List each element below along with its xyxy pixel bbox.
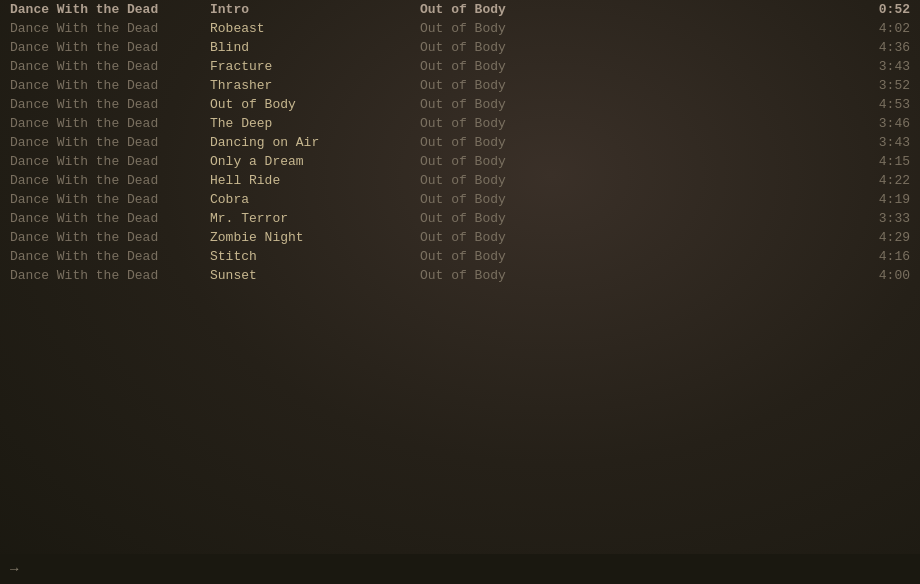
track-title: Sunset [210, 268, 420, 283]
track-row[interactable]: Dance With the DeadZombie NightOut of Bo… [0, 228, 920, 247]
track-album: Out of Body [420, 154, 660, 169]
track-album: Out of Body [420, 78, 660, 93]
track-duration: 4:15 [660, 154, 910, 169]
track-artist: Dance With the Dead [10, 211, 210, 226]
track-title: Cobra [210, 192, 420, 207]
header-artist: Dance With the Dead [10, 2, 210, 17]
track-artist: Dance With the Dead [10, 59, 210, 74]
arrow-icon: → [10, 561, 18, 577]
track-title: Fracture [210, 59, 420, 74]
track-title: Thrasher [210, 78, 420, 93]
track-duration: 3:52 [660, 78, 910, 93]
track-artist: Dance With the Dead [10, 192, 210, 207]
track-title: Robeast [210, 21, 420, 36]
track-album: Out of Body [420, 97, 660, 112]
track-album: Out of Body [420, 211, 660, 226]
track-album: Out of Body [420, 21, 660, 36]
track-duration: 4:00 [660, 268, 910, 283]
track-album: Out of Body [420, 173, 660, 188]
track-album: Out of Body [420, 116, 660, 131]
track-duration: 4:19 [660, 192, 910, 207]
track-title: The Deep [210, 116, 420, 131]
track-album: Out of Body [420, 230, 660, 245]
track-duration: 3:46 [660, 116, 910, 131]
track-list: Dance With the Dead Intro Out of Body 0:… [0, 0, 920, 285]
track-row[interactable]: Dance With the DeadBlindOut of Body4:36 [0, 38, 920, 57]
track-row[interactable]: Dance With the DeadFractureOut of Body3:… [0, 57, 920, 76]
track-title: Stitch [210, 249, 420, 264]
track-artist: Dance With the Dead [10, 78, 210, 93]
track-row[interactable]: Dance With the DeadMr. TerrorOut of Body… [0, 209, 920, 228]
track-row[interactable]: Dance With the DeadRobeastOut of Body4:0… [0, 19, 920, 38]
track-row[interactable]: Dance With the DeadCobraOut of Body4:19 [0, 190, 920, 209]
track-album: Out of Body [420, 59, 660, 74]
track-duration: 4:29 [660, 230, 910, 245]
track-artist: Dance With the Dead [10, 97, 210, 112]
track-duration: 4:16 [660, 249, 910, 264]
track-row[interactable]: Dance With the DeadStitchOut of Body4:16 [0, 247, 920, 266]
track-duration: 4:22 [660, 173, 910, 188]
track-row[interactable]: Dance With the DeadThe DeepOut of Body3:… [0, 114, 920, 133]
track-list-header: Dance With the Dead Intro Out of Body 0:… [0, 0, 920, 19]
track-artist: Dance With the Dead [10, 173, 210, 188]
track-title: Dancing on Air [210, 135, 420, 150]
track-row[interactable]: Dance With the DeadOnly a DreamOut of Bo… [0, 152, 920, 171]
track-title: Blind [210, 40, 420, 55]
header-album: Out of Body [420, 2, 660, 17]
track-artist: Dance With the Dead [10, 135, 210, 150]
track-duration: 4:53 [660, 97, 910, 112]
track-artist: Dance With the Dead [10, 154, 210, 169]
track-artist: Dance With the Dead [10, 230, 210, 245]
track-duration: 4:02 [660, 21, 910, 36]
track-album: Out of Body [420, 268, 660, 283]
track-album: Out of Body [420, 249, 660, 264]
track-artist: Dance With the Dead [10, 268, 210, 283]
track-title: Mr. Terror [210, 211, 420, 226]
track-duration: 3:33 [660, 211, 910, 226]
bottom-bar: → [0, 554, 920, 584]
track-duration: 3:43 [660, 135, 910, 150]
track-row[interactable]: Dance With the DeadDancing on AirOut of … [0, 133, 920, 152]
header-duration: 0:52 [660, 2, 910, 17]
track-artist: Dance With the Dead [10, 40, 210, 55]
track-row[interactable]: Dance With the DeadOut of BodyOut of Bod… [0, 95, 920, 114]
track-album: Out of Body [420, 192, 660, 207]
track-title: Zombie Night [210, 230, 420, 245]
track-artist: Dance With the Dead [10, 116, 210, 131]
track-title: Only a Dream [210, 154, 420, 169]
track-duration: 4:36 [660, 40, 910, 55]
track-artist: Dance With the Dead [10, 249, 210, 264]
track-row[interactable]: Dance With the DeadSunsetOut of Body4:00 [0, 266, 920, 285]
track-duration: 3:43 [660, 59, 910, 74]
track-title: Hell Ride [210, 173, 420, 188]
track-title: Out of Body [210, 97, 420, 112]
header-title: Intro [210, 2, 420, 17]
track-row[interactable]: Dance With the DeadThrasherOut of Body3:… [0, 76, 920, 95]
track-row[interactable]: Dance With the DeadHell RideOut of Body4… [0, 171, 920, 190]
track-album: Out of Body [420, 40, 660, 55]
track-artist: Dance With the Dead [10, 21, 210, 36]
track-album: Out of Body [420, 135, 660, 150]
